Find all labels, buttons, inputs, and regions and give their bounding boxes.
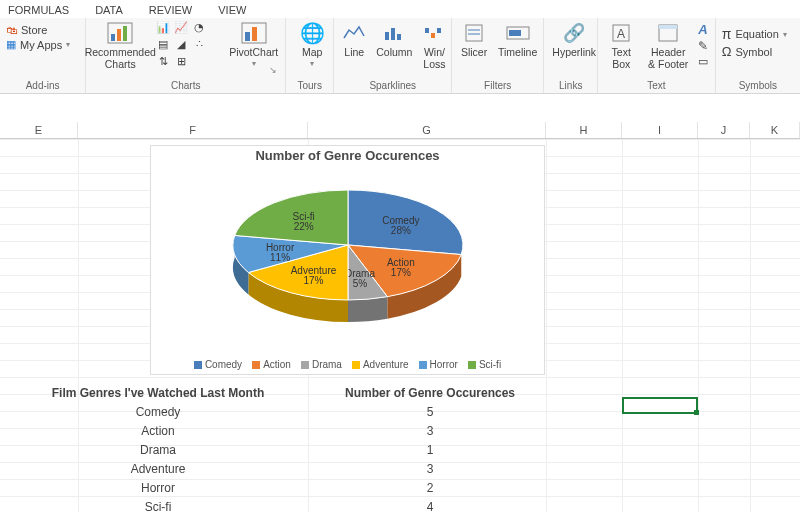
textbox-button[interactable]: A Text Box [604,20,638,70]
legend-item: Drama [301,359,342,370]
count-cell[interactable]: 2 [310,479,550,496]
sparkline-line-button[interactable]: Line [340,20,368,59]
bar-chart-icon[interactable]: ▤ [156,37,170,51]
symbol-button[interactable]: Ω Symbol [722,44,794,59]
legend-item: Sci-fi [468,359,501,370]
svg-rect-5 [245,32,250,41]
pie-chart-svg: Comedy28%Action17%Drama5%Adventure17%Hor… [151,163,546,338]
wordart-icon[interactable]: A [698,22,708,37]
pivotchart-button[interactable]: PivotChart ▾ [228,20,279,68]
recommended-charts-button[interactable]: Recommended Charts [92,20,148,70]
svg-rect-9 [397,34,401,40]
count-cell[interactable]: 5 [310,403,550,420]
svg-text:A: A [617,27,625,41]
tab-data[interactable]: DATA [91,2,127,18]
chevron-down-icon: ▾ [66,40,70,49]
genre-cell[interactable]: Horror [8,479,308,496]
svg-rect-3 [123,26,127,41]
chart-type-gallery[interactable]: 📊 📈 ◔ ▤ ◢ ∴ ⇅ ⊞ [156,20,220,68]
sparkline-winloss-button[interactable]: Win/ Loss [420,20,448,70]
chart-legend: ComedyActionDramaAdventureHorrorSci-fi [151,359,544,370]
genre-cell[interactable]: Sci-fi [8,498,308,512]
equation-icon: π [722,26,732,42]
genre-cell[interactable]: Adventure [8,460,308,477]
timeline-button[interactable]: Timeline [498,20,537,59]
store-label: Store [21,24,47,36]
table-row: Comedy5 [8,403,550,420]
data-table: Film Genres I've Watched Last Month Numb… [6,383,552,512]
area-chart-icon[interactable]: ◢ [174,37,188,51]
col-E[interactable]: E [0,122,78,138]
scatter-chart-icon[interactable]: ∴ [192,37,206,51]
svg-text:Action17%: Action17% [387,257,415,278]
myapps-button[interactable]: ▦ My Apps ▾ [6,38,79,51]
legend-item: Horror [419,359,458,370]
chevron-down-icon: ▾ [783,30,787,39]
tab-view[interactable]: VIEW [214,2,250,18]
legend-item: Comedy [194,359,242,370]
svg-rect-7 [385,32,389,40]
tab-formulas[interactable]: FORMULAS [4,2,73,18]
headerfooter-icon [654,20,682,46]
slicer-icon [460,20,488,46]
sparkline-column-button[interactable]: Column [376,20,412,59]
hyperlink-label: Hyperlink [552,47,596,59]
sparkline-line-label: Line [344,47,364,59]
col-I[interactable]: I [622,122,698,138]
slicer-button[interactable]: Slicer [458,20,490,59]
charts-dialog-launcher[interactable]: ↘ [92,65,279,75]
count-cell[interactable]: 1 [310,441,550,458]
svg-rect-1 [111,34,115,41]
col-K[interactable]: K [750,122,800,138]
pie-chart[interactable]: Number of Genre Occurences Comedy28%Acti… [150,145,545,375]
svg-text:Sci-fi22%: Sci-fi22% [293,211,315,232]
pie-chart-icon[interactable]: ◔ [192,20,206,34]
col-F[interactable]: F [78,122,308,138]
object-icon[interactable]: ▭ [698,55,708,68]
symbol-label: Symbol [735,46,772,58]
count-cell[interactable]: 3 [310,422,550,439]
slicer-label: Slicer [461,47,487,59]
group-sparklines: Sparklines [340,80,445,93]
column-chart-icon[interactable]: 📊 [156,20,170,34]
sparkline-column-icon [380,20,408,46]
tab-review[interactable]: REVIEW [145,2,196,18]
line-chart-icon[interactable]: 📈 [174,20,188,34]
headerfooter-button[interactable]: Header & Footer [646,20,690,70]
headerfooter-label: Header & Footer [648,47,688,70]
group-symbols: Symbols [722,80,794,93]
genre-cell[interactable]: Action [8,422,308,439]
equation-button[interactable]: π Equation ▾ [722,26,794,42]
hyperlink-icon: 🔗 [560,20,588,46]
genre-cell[interactable]: Drama [8,441,308,458]
map-button[interactable]: 🌐 Map ▾ [292,20,332,68]
textbox-icon: A [607,20,635,46]
table-row: Adventure3 [8,460,550,477]
table-row: Sci-fi4 [8,498,550,512]
table-header-count: Number of Genre Occurences [310,385,550,401]
col-J[interactable]: J [698,122,750,138]
signature-icon[interactable]: ✎ [698,39,708,53]
group-addins: Add-ins [6,80,79,93]
table-header-genre: Film Genres I've Watched Last Month [8,385,308,401]
store-button[interactable]: 🛍 Store [6,24,79,36]
genre-cell[interactable]: Comedy [8,403,308,420]
sparkline-winloss-icon [420,20,448,46]
legend-item: Adventure [352,359,409,370]
table-row: Drama1 [8,441,550,458]
recommended-charts-icon [106,20,134,46]
sparkline-column-label: Column [376,47,412,59]
group-links: Links [550,80,591,93]
table-row: Horror2 [8,479,550,496]
col-H[interactable]: H [546,122,622,138]
timeline-label: Timeline [498,47,537,59]
worksheet[interactable]: Number of Genre Occurences Comedy28%Acti… [0,139,800,512]
map-label: Map [302,47,322,59]
pivotchart-icon [240,20,268,46]
sparkline-winloss-label: Win/ Loss [423,47,445,70]
count-cell[interactable]: 3 [310,460,550,477]
selected-cell[interactable] [622,397,698,414]
hyperlink-button[interactable]: 🔗 Hyperlink [550,20,598,59]
count-cell[interactable]: 4 [310,498,550,512]
col-G[interactable]: G [308,122,546,138]
